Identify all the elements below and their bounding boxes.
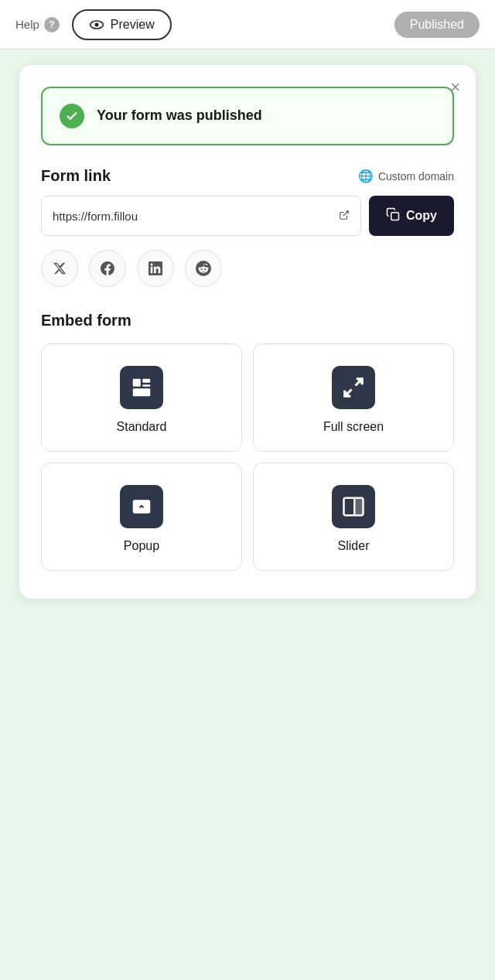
- svg-rect-4: [133, 379, 141, 387]
- help-button[interactable]: Help ?: [15, 17, 60, 32]
- published-button[interactable]: Published: [394, 12, 480, 38]
- close-button[interactable]: ×: [450, 79, 460, 96]
- standard-label: Standard: [117, 420, 167, 434]
- svg-rect-14: [354, 498, 363, 516]
- embed-form-title: Embed form: [41, 312, 454, 330]
- svg-rect-6: [133, 388, 151, 396]
- preview-label: Preview: [111, 18, 155, 32]
- twitter-icon: [53, 261, 67, 275]
- preview-button[interactable]: Preview: [72, 9, 172, 40]
- popup-icon-box: [120, 485, 163, 528]
- custom-domain-label: Custom domain: [378, 170, 454, 183]
- linkedin-icon: [148, 261, 162, 275]
- close-icon: ×: [450, 77, 460, 97]
- twitter-share-button[interactable]: [41, 250, 78, 287]
- fullscreen-icon: [342, 376, 365, 399]
- fullscreen-label: Full screen: [323, 420, 384, 434]
- copy-label: Copy: [406, 209, 437, 223]
- embed-options-grid: Standard Full screen: [41, 343, 454, 571]
- success-checkmark-icon: [60, 104, 84, 128]
- copy-icon: [386, 207, 400, 224]
- eye-icon: [89, 17, 104, 32]
- custom-domain-button[interactable]: 🌐 Custom domain: [358, 169, 454, 183]
- url-row: https://form.fillou Copy: [41, 196, 454, 236]
- form-link-header: Form link 🌐 Custom domain: [41, 167, 454, 185]
- success-message: Your form was published: [97, 106, 262, 125]
- social-share-row: [41, 250, 454, 287]
- standard-icon: [130, 376, 153, 399]
- url-text: https://form.fillou: [53, 210, 333, 223]
- published-label: Published: [410, 18, 464, 31]
- help-label: Help: [15, 18, 39, 31]
- svg-rect-7: [142, 384, 150, 387]
- embed-slider-card[interactable]: Slider: [253, 463, 454, 571]
- embed-standard-card[interactable]: Standard: [41, 343, 242, 452]
- svg-rect-5: [142, 379, 150, 383]
- slider-label: Slider: [338, 539, 370, 553]
- embed-popup-card[interactable]: Popup: [41, 463, 242, 571]
- slider-icon-box: [332, 485, 375, 528]
- reddit-share-button[interactable]: [185, 250, 222, 287]
- help-icon: ?: [44, 17, 60, 32]
- modal-card: × Your form was published Form link 🌐 Cu…: [19, 65, 476, 599]
- embed-fullscreen-card[interactable]: Full screen: [253, 343, 454, 452]
- url-field[interactable]: https://form.fillou: [41, 196, 361, 236]
- reddit-icon: [196, 261, 211, 276]
- slider-icon: [342, 495, 365, 518]
- success-banner: Your form was published: [41, 87, 454, 145]
- content-area: × Your form was published Form link 🌐 Cu…: [0, 50, 495, 980]
- globe-icon: 🌐: [358, 169, 374, 183]
- popup-label: Popup: [124, 539, 159, 553]
- popup-icon: [130, 495, 153, 518]
- external-link-icon: [339, 210, 350, 223]
- linkedin-share-button[interactable]: [137, 250, 174, 287]
- svg-point-1: [94, 22, 98, 26]
- copy-button[interactable]: Copy: [369, 196, 454, 236]
- facebook-share-button[interactable]: [89, 250, 126, 287]
- svg-rect-3: [391, 213, 399, 220]
- fullscreen-icon-box: [332, 366, 375, 409]
- standard-icon-box: [120, 366, 163, 409]
- form-link-title: Form link: [41, 167, 111, 185]
- top-bar: Help ? Preview Published: [0, 0, 495, 50]
- svg-line-2: [343, 210, 348, 215]
- facebook-icon: [101, 261, 114, 275]
